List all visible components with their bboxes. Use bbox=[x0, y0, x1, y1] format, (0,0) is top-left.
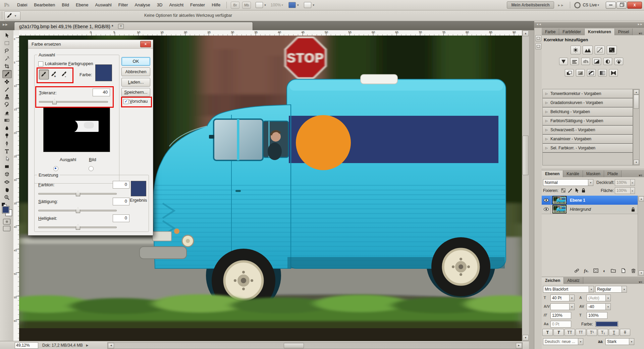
leading-field[interactable]: (Auto)▾ bbox=[587, 295, 611, 301]
baseline-shift-icon[interactable]: Aa bbox=[544, 322, 548, 326]
channel-mixer-icon[interactable] bbox=[614, 58, 623, 65]
levels-icon[interactable] bbox=[583, 46, 593, 54]
preset-row[interactable]: ▷ Schwarzweiß - Vorgaben bbox=[543, 126, 633, 135]
layers-scrollbar[interactable]: ▲ ▼ bbox=[638, 196, 644, 276]
strikethrough-button[interactable]: T bbox=[620, 329, 630, 336]
lasso-tool[interactable] bbox=[2, 47, 11, 54]
scroll-down-icon[interactable]: ▼ bbox=[639, 270, 644, 276]
tab-ebenen[interactable]: Ebenen bbox=[542, 170, 563, 177]
preset-row[interactable]: ▷ Tonwertkorrektur - Vorgaben bbox=[543, 89, 633, 98]
tab-pinsel[interactable]: Pinsel bbox=[615, 29, 633, 35]
lock-position-icon[interactable] bbox=[574, 188, 579, 194]
chevron-down-icon[interactable]: ▾ bbox=[297, 3, 299, 7]
tab-kanaele[interactable]: Kanäle bbox=[563, 170, 583, 177]
3d-rotate-tool[interactable] bbox=[2, 170, 11, 178]
vertical-scale-field[interactable]: 120% bbox=[550, 312, 571, 319]
scroll-up-icon[interactable]: ▲ bbox=[634, 90, 639, 95]
invert-icon[interactable] bbox=[565, 69, 574, 77]
clone-stamp-tool[interactable] bbox=[2, 93, 11, 101]
layer-thumbnail[interactable] bbox=[552, 196, 567, 204]
blur-tool[interactable] bbox=[2, 124, 11, 132]
black-white-icon[interactable] bbox=[592, 58, 601, 65]
small-caps-button[interactable]: TT bbox=[576, 329, 586, 336]
zoom-tool[interactable] bbox=[2, 194, 11, 201]
opacity-field[interactable]: 100% ▸ bbox=[615, 179, 635, 186]
link-layers-icon[interactable] bbox=[574, 268, 580, 273]
anti-alias-icon[interactable]: aa bbox=[598, 339, 602, 344]
preset-row[interactable]: ▷ Farbton/Sättigung - Vorgaben bbox=[543, 116, 633, 126]
lock-pixels-icon[interactable] bbox=[567, 188, 573, 194]
horizontal-scroll-thumb[interactable] bbox=[284, 343, 304, 348]
hand-tool[interactable] bbox=[2, 186, 11, 193]
slider-thumb[interactable] bbox=[76, 208, 80, 213]
horizontal-scrollbar[interactable]: ◄ ► bbox=[107, 342, 523, 349]
faux-bold-button[interactable]: T bbox=[542, 329, 553, 336]
kerning-icon[interactable]: A/V bbox=[544, 304, 550, 308]
docked-panel-icon[interactable] bbox=[535, 43, 541, 49]
photo-filter-icon[interactable] bbox=[603, 58, 612, 65]
layer-row-ebene1[interactable]: Ebene 1 bbox=[542, 196, 638, 205]
curves-icon[interactable] bbox=[595, 46, 605, 54]
history-brush-tool[interactable] bbox=[2, 101, 11, 108]
new-adjustment-layer-icon[interactable]: ◐ bbox=[603, 268, 606, 273]
dodge-tool[interactable] bbox=[2, 132, 11, 139]
vertical-scrollbar[interactable]: ▲ ▼ bbox=[522, 30, 529, 341]
scroll-up-icon[interactable]: ▲ bbox=[639, 196, 644, 201]
screen-mode-icon[interactable] bbox=[304, 2, 311, 8]
tab-masken[interactable]: Masken bbox=[583, 170, 604, 177]
menu-item[interactable]: Hilfe bbox=[208, 0, 224, 10]
status-expand-icon[interactable]: ▶ bbox=[86, 344, 89, 347]
vertical-scale-icon[interactable]: IT bbox=[544, 313, 547, 317]
document-tab[interactable]: g2a1r70g.bmp bei 49,1% (Ebene 1, RGB/8) … bbox=[14, 22, 253, 31]
superscript-button[interactable]: T¹ bbox=[587, 329, 597, 336]
docked-panel-icon[interactable] bbox=[535, 35, 541, 41]
layer-row-hintergrund[interactable]: Hintergrund bbox=[542, 205, 638, 214]
ok-button[interactable]: OK bbox=[121, 57, 150, 66]
menu-item[interactable]: Filter bbox=[115, 0, 131, 10]
menu-item[interactable]: Fenster bbox=[187, 0, 208, 10]
close-tab-icon[interactable]: × bbox=[118, 24, 124, 29]
3d-orbit-tool[interactable] bbox=[2, 178, 11, 186]
view-extras-icon[interactable] bbox=[256, 2, 263, 8]
add-mask-icon[interactable] bbox=[593, 268, 599, 273]
slider-thumb[interactable] bbox=[76, 191, 80, 196]
workspace-button[interactable]: Mein Arbeitsbereich bbox=[507, 1, 554, 9]
layer-style-icon[interactable]: fx. bbox=[584, 268, 589, 273]
expand-arrow-icon[interactable]: ▷ bbox=[545, 92, 548, 95]
auswahl-radio[interactable] bbox=[53, 166, 58, 171]
menu-item[interactable]: Ebene bbox=[72, 0, 92, 10]
horizontal-scale-field[interactable]: 100% bbox=[587, 312, 607, 319]
quick-selection-tool[interactable] bbox=[2, 55, 11, 62]
tracking-field[interactable]: -40▾ bbox=[587, 303, 611, 310]
scroll-thumb[interactable] bbox=[634, 95, 639, 109]
lock-all-icon[interactable] bbox=[581, 188, 586, 194]
presets-scrollbar[interactable]: ▲ ▼ bbox=[633, 89, 640, 165]
collapse-right-icon[interactable]: ►► bbox=[637, 23, 643, 26]
mini-bridge-button[interactable]: Mb bbox=[242, 2, 251, 9]
text-color-swatch[interactable] bbox=[595, 321, 618, 327]
scroll-left-icon[interactable]: ◄ bbox=[108, 343, 114, 348]
saettigung-slider[interactable] bbox=[38, 208, 117, 212]
crop-tool[interactable] bbox=[2, 62, 11, 70]
baseline-shift-field[interactable]: 0 Pt bbox=[550, 321, 571, 328]
menu-item[interactable]: Auswahl bbox=[92, 0, 115, 10]
layer-thumbnail[interactable] bbox=[552, 205, 567, 213]
lock-transparency-icon[interactable] bbox=[560, 188, 566, 194]
helligkeit-value[interactable]: 0 bbox=[113, 214, 129, 222]
preset-row[interactable]: ▷ Gradationskurven - Vorgaben bbox=[543, 98, 633, 107]
panel-menu-icon[interactable]: ▾≡ bbox=[637, 32, 644, 35]
preset-row[interactable]: ▷ Sel. Farbkorr. - Vorgaben bbox=[543, 144, 633, 153]
language-select[interactable]: Deutsch: neue ...▾ bbox=[543, 338, 583, 345]
chevron-down-icon[interactable]: ▾ bbox=[313, 3, 314, 7]
farbton-value[interactable]: 0 bbox=[113, 181, 129, 189]
gradient-map-icon[interactable] bbox=[598, 69, 607, 77]
panel-menu-icon[interactable]: ▾≡ bbox=[637, 173, 644, 177]
arrange-documents-icon[interactable] bbox=[288, 2, 296, 8]
font-size-field[interactable]: 40 Pt▾ bbox=[550, 295, 575, 301]
expand-arrow-icon[interactable]: ▷ bbox=[545, 128, 548, 132]
menu-item[interactable]: Analyse bbox=[131, 0, 154, 10]
chevron-down-icon[interactable]: ▾ bbox=[264, 3, 266, 7]
collapse-left-icon[interactable]: ◄◄ bbox=[536, 23, 541, 26]
threshold-icon[interactable] bbox=[587, 69, 596, 77]
eyedropper-tool[interactable] bbox=[2, 70, 12, 78]
